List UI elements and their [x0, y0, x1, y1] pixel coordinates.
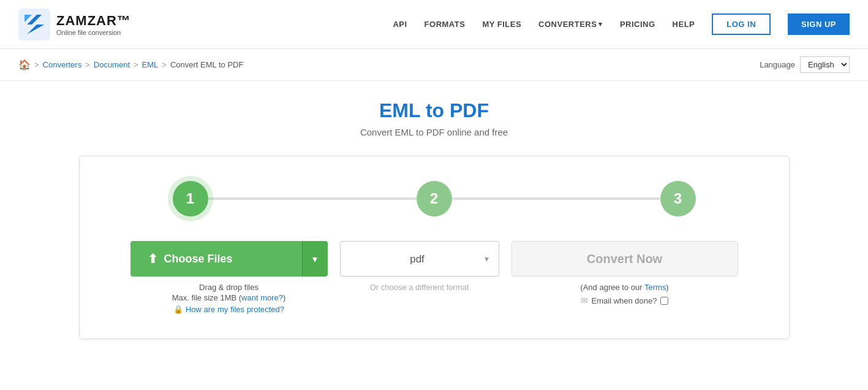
- format-select-wrapper[interactable]: pdf ▾: [340, 241, 499, 277]
- nav-formats[interactable]: FORMATS: [425, 20, 466, 29]
- upload-icon: ⬆: [148, 251, 158, 266]
- breadcrumb-sep-1: >: [34, 60, 39, 69]
- format-area: pdf ▾ Or choose a different format: [340, 241, 499, 292]
- breadcrumb-document[interactable]: Document: [94, 60, 130, 69]
- email-when-done-checkbox[interactable]: [660, 297, 668, 305]
- breadcrumb-sep-3: >: [134, 60, 138, 69]
- actions-row: ⬆ Choose Files ▾ Drag & drop files Max. …: [110, 241, 758, 314]
- steps-row: 1 2 3: [110, 181, 758, 216]
- convert-area: Convert Now (And agree to our Terms) ✉ E…: [511, 241, 738, 305]
- nav-api[interactable]: API: [393, 20, 407, 29]
- logo[interactable]: ZAMZAR™ Online file conversion: [18, 9, 131, 40]
- logo-subtitle: Online file conversion: [56, 29, 131, 36]
- nav-my-files[interactable]: MY FILES: [482, 20, 521, 29]
- max-file-text: Max. file size 1MB (want more?): [172, 293, 286, 302]
- signup-button[interactable]: SIGN UP: [788, 13, 850, 35]
- step-line-2: [452, 197, 660, 200]
- lock-icon: 🔒: [173, 305, 183, 314]
- convert-now-button[interactable]: Convert Now: [511, 241, 738, 277]
- page-title: EML to PDF: [18, 99, 850, 122]
- nav-help[interactable]: HELP: [673, 20, 695, 29]
- want-more-link[interactable]: want more?: [241, 293, 283, 302]
- main-nav: API FORMATS MY FILES CONVERTERS PRICING …: [393, 13, 850, 35]
- email-icon: ✉: [581, 296, 588, 305]
- logo-title: ZAMZAR™: [56, 13, 131, 29]
- breadcrumb-current: Convert EML to PDF: [170, 60, 243, 69]
- choose-files-area: ⬆ Choose Files ▾ Drag & drop files Max. …: [130, 241, 328, 314]
- header: ZAMZAR™ Online file conversion API FORMA…: [0, 0, 868, 49]
- page-subtitle: Convert EML to PDF online and free: [18, 127, 850, 137]
- language-area: Language English: [760, 56, 850, 73]
- svg-rect-0: [18, 9, 50, 40]
- zamzar-logo-icon: [18, 9, 50, 40]
- email-when-done-label: Email when done?: [592, 296, 657, 305]
- or-choose-text: Or choose a different format: [370, 283, 469, 292]
- format-dropdown-icon: ▾: [485, 254, 489, 264]
- agree-text: (And agree to our Terms): [580, 283, 668, 292]
- step-1: 1: [173, 181, 208, 216]
- breadcrumb-bar: 🏠 > Converters > Document > EML > Conver…: [0, 49, 868, 81]
- format-select[interactable]: pdf: [350, 253, 485, 265]
- choose-files-button[interactable]: ⬆ Choose Files: [130, 241, 302, 277]
- choose-files-dropdown-button[interactable]: ▾: [302, 241, 328, 277]
- breadcrumb-sep-2: >: [85, 60, 90, 69]
- breadcrumb-sep-4: >: [162, 60, 167, 69]
- step-3: 3: [660, 181, 696, 216]
- choose-files-label: Choose Files: [164, 253, 233, 266]
- breadcrumb-converters[interactable]: Converters: [43, 60, 82, 69]
- breadcrumb: 🏠 > Converters > Document > EML > Conver…: [18, 59, 243, 71]
- language-select[interactable]: English: [800, 56, 850, 73]
- step-line-1: [208, 197, 417, 200]
- main-content: EML to PDF Convert EML to PDF online and…: [0, 81, 868, 364]
- dropdown-chevron-icon: ▾: [312, 253, 317, 265]
- email-row: ✉ Email when done?: [581, 296, 669, 305]
- breadcrumb-home-icon[interactable]: 🏠: [18, 59, 31, 71]
- step-2: 2: [417, 181, 452, 216]
- nav-pricing[interactable]: PRICING: [620, 20, 655, 29]
- drag-drop-text: Drag & drop files: [199, 283, 259, 292]
- terms-link[interactable]: Terms: [644, 283, 666, 292]
- converter-card: 1 2 3 ⬆ Choose Files ▾: [79, 156, 790, 339]
- protection-link[interactable]: 🔒 How are my files protected?: [173, 305, 284, 314]
- login-button[interactable]: LOG IN: [712, 13, 771, 35]
- language-label: Language: [760, 60, 795, 69]
- breadcrumb-eml[interactable]: EML: [142, 60, 159, 69]
- nav-converters[interactable]: CONVERTERS: [538, 20, 603, 29]
- choose-files-btn-wrapper: ⬆ Choose Files ▾: [130, 241, 328, 277]
- logo-text: ZAMZAR™ Online file conversion: [56, 13, 131, 36]
